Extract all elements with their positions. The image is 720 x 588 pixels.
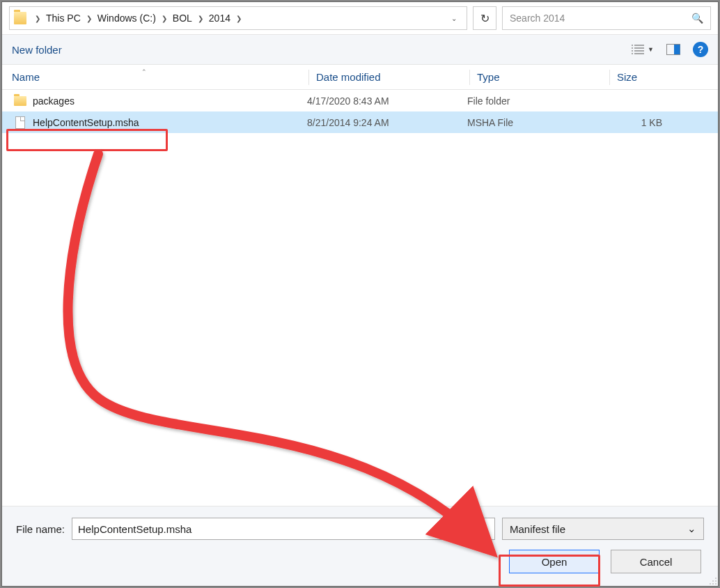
- cancel-button-label: Cancel: [640, 556, 673, 568]
- list-view-icon: [631, 44, 645, 55]
- file-name-input[interactable]: HelpContentSetup.msha ⌄: [72, 518, 495, 540]
- file-type: MSHA File: [467, 117, 606, 128]
- column-header-size[interactable]: Size: [610, 71, 687, 83]
- preview-pane-button[interactable]: [666, 44, 680, 55]
- refresh-icon: ↻: [480, 12, 490, 25]
- file-list: packages4/17/2020 8:43 AMFile folderHelp…: [2, 90, 718, 506]
- chevron-down-icon: ⌄: [687, 523, 696, 535]
- file-date: 8/21/2014 9:24 AM: [307, 117, 467, 128]
- file-name-label: File name:: [16, 523, 65, 535]
- file-date: 4/17/2020 8:43 AM: [307, 95, 467, 107]
- file-type-filter[interactable]: Manifest file ⌄: [502, 518, 704, 540]
- chevron-right-icon: ❯: [232, 15, 246, 22]
- column-headers: Name ⌃ Date modified Type Size: [2, 65, 718, 90]
- sort-ascending-icon: ⌃: [141, 68, 147, 75]
- folder-icon: [14, 12, 26, 24]
- chevron-right-icon: ❯: [194, 15, 208, 22]
- view-options-button[interactable]: ▼: [631, 44, 654, 55]
- file-open-dialog: ❯ This PC ❯ Windows (C:) ❯ BOL ❯ 2014 ❯ …: [1, 1, 719, 587]
- column-header-label: Name: [12, 71, 40, 83]
- svg-rect-9: [674, 45, 680, 54]
- file-row[interactable]: packages4/17/2020 8:43 AMFile folder: [2, 90, 718, 111]
- help-icon: ?: [698, 44, 704, 55]
- help-button[interactable]: ?: [693, 42, 708, 57]
- breadcrumb-item[interactable]: 2014: [208, 11, 232, 25]
- open-button-label: Open: [542, 556, 568, 568]
- chevron-down-icon[interactable]: ⌄: [483, 525, 489, 533]
- file-icon: [15, 116, 25, 129]
- file-name: packages: [29, 95, 307, 107]
- breadcrumb-item[interactable]: Windows (C:): [96, 11, 157, 25]
- search-input[interactable]: Search 2014 🔍: [502, 6, 711, 30]
- refresh-button[interactable]: ↻: [473, 6, 496, 30]
- file-name-value: HelpContentSetup.msha: [78, 523, 191, 535]
- file-type: File folder: [467, 95, 606, 107]
- chevron-right-icon: ❯: [82, 15, 96, 22]
- bottom-panel: File name: HelpContentSetup.msha ⌄ Manif…: [2, 506, 718, 586]
- new-folder-button[interactable]: New folder: [12, 44, 62, 56]
- file-name: HelpContentSetup.msha: [29, 117, 307, 128]
- search-placeholder: Search 2014: [510, 13, 691, 24]
- breadcrumb[interactable]: ❯ This PC ❯ Windows (C:) ❯ BOL ❯ 2014 ❯ …: [9, 6, 467, 30]
- toolbar: New folder ▼: [2, 34, 718, 65]
- search-icon: 🔍: [691, 13, 703, 24]
- column-header-name[interactable]: Name ⌃: [2, 71, 308, 83]
- file-row[interactable]: HelpContentSetup.msha8/21/2014 9:24 AMMS…: [2, 111, 718, 133]
- filter-value: Manifest file: [510, 523, 565, 535]
- file-size: 1 KB: [606, 117, 676, 128]
- chevron-down-icon: ▼: [648, 46, 654, 53]
- chevron-right-icon: ❯: [157, 15, 171, 22]
- address-bar-row: ❯ This PC ❯ Windows (C:) ❯ BOL ❯ 2014 ❯ …: [2, 2, 718, 34]
- breadcrumb-item[interactable]: BOL: [171, 11, 194, 25]
- chevron-right-icon: ❯: [31, 15, 45, 22]
- breadcrumb-dropdown[interactable]: ⌄: [444, 15, 464, 22]
- preview-pane-icon: [666, 44, 680, 55]
- column-header-date[interactable]: Date modified: [309, 71, 469, 83]
- breadcrumb-item[interactable]: This PC: [45, 11, 82, 25]
- folder-icon: [14, 96, 26, 106]
- cancel-button[interactable]: Cancel: [611, 550, 701, 573]
- column-header-type[interactable]: Type: [470, 71, 609, 83]
- open-button[interactable]: Open: [509, 550, 600, 573]
